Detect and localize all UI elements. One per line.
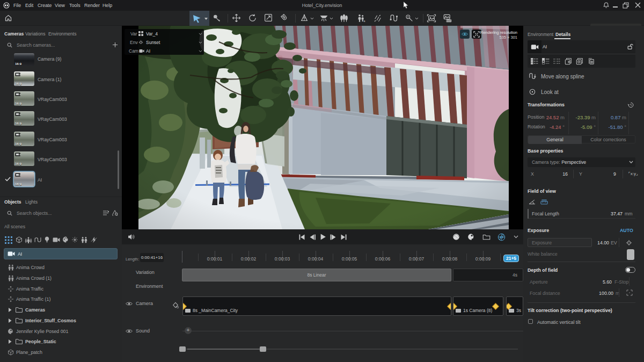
svg-text:a: a xyxy=(364,19,365,23)
